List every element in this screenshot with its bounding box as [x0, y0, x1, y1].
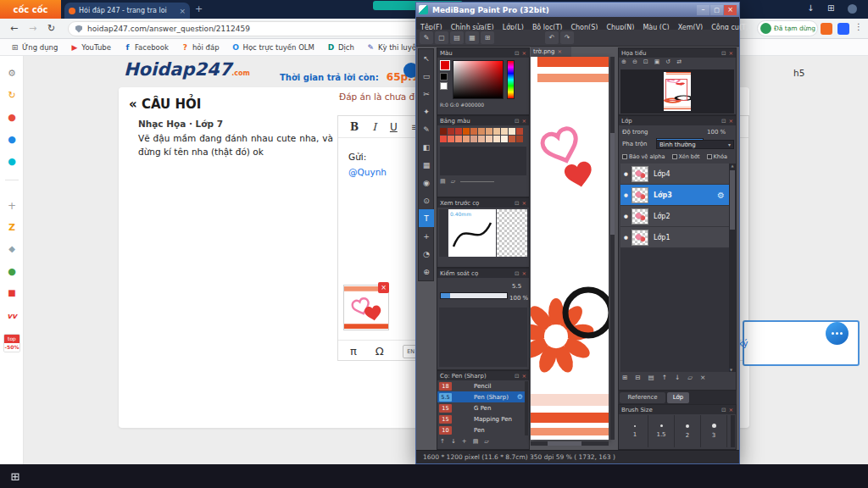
close-icon[interactable]: × [729, 50, 733, 57]
palette-swatch[interactable] [516, 128, 523, 135]
back-icon[interactable]: ← [10, 23, 18, 34]
close-icon[interactable]: × [729, 118, 733, 125]
tab-close-icon[interactable]: × [179, 7, 186, 15]
italic-button[interactable]: I [372, 121, 376, 133]
canvas-vscrollbar[interactable] [610, 57, 615, 440]
profile-avatar[interactable] [848, 4, 857, 14]
chat-widget-button[interactable] [826, 322, 849, 345]
messenger-icon[interactable]: ● [0, 134, 24, 145]
new-tab-button[interactable]: + [195, 3, 203, 14]
palette-swatch[interactable] [463, 128, 470, 135]
scroll-up-icon[interactable]: ▲ [729, 164, 736, 168]
panel-icon[interactable]: ▢ [435, 31, 448, 44]
bookmark-item[interactable]: DDịch [326, 43, 354, 52]
bold-button[interactable]: B [350, 121, 359, 133]
history-icon[interactable]: ↻ [0, 90, 24, 101]
foreground-swatch[interactable] [440, 60, 450, 70]
nav-zoom-out-icon[interactable]: ⊖ [632, 58, 637, 65]
layer-row[interactable]: ●Lớp2 [620, 206, 729, 227]
underline-button[interactable]: U [390, 121, 398, 133]
pen-tool[interactable]: ✎ [419, 120, 434, 138]
select-tool[interactable]: ↖ [419, 49, 434, 67]
redo-icon[interactable]: ↷ [560, 31, 574, 44]
layer-delete-icon[interactable]: ⊟ [635, 374, 640, 381]
widgets-icon[interactable]: ● [0, 156, 24, 167]
canvas-tab[interactable]: trờ.png × [531, 47, 571, 57]
brush-item-selected[interactable]: 5.5Pen (Sharp)⚙ [437, 391, 526, 402]
nav-zoom-in-icon[interactable]: ⊕ [621, 58, 626, 65]
clip-checkbox[interactable] [672, 154, 677, 159]
layer-row[interactable]: ●Lớp4 [620, 164, 729, 185]
profile-chip[interactable]: Đã tạm dừng [757, 20, 818, 36]
palette-swatch[interactable] [448, 136, 454, 142]
navigator-view-rect[interactable] [665, 79, 687, 101]
layer-new-icon[interactable]: ⊞ [622, 374, 627, 381]
brush-size-cell[interactable]: 2 [675, 415, 701, 447]
brush-item[interactable]: 10Pen [437, 424, 526, 435]
brush-down-icon[interactable]: ↓ [451, 438, 456, 445]
nav-fit-icon[interactable]: ⊡ [643, 58, 648, 65]
brush-size-cell[interactable]: 1 [622, 415, 648, 447]
saturation-picker[interactable] [453, 60, 504, 99]
site-shield-icon[interactable] [75, 25, 82, 33]
bookmark-item[interactable]: ▶YouTube [70, 43, 111, 52]
layer-visibility-icon[interactable]: ● [620, 171, 632, 176]
bookmark-item[interactable]: fFacebook [123, 43, 169, 52]
material-icon[interactable]: ⊞ [481, 31, 494, 44]
fill-tool[interactable]: ◉ [419, 174, 434, 191]
settings-icon[interactable]: ⚙ [0, 68, 24, 79]
palette-swatch[interactable] [470, 136, 477, 142]
collapse-icon[interactable]: ⊡ [515, 270, 519, 277]
palette-swatch[interactable] [486, 136, 492, 142]
extensions-icon[interactable]: ⊞ [827, 3, 834, 13]
palette-swatch[interactable] [509, 128, 515, 135]
collapse-icon[interactable]: ⊡ [721, 118, 726, 125]
add-icon[interactable]: + [0, 200, 24, 212]
extension-blue-icon[interactable] [837, 23, 849, 35]
nav-rotate-icon[interactable]: ↺ [665, 58, 670, 65]
palette-swatch[interactable] [440, 136, 447, 142]
close-icon[interactable]: × [729, 407, 733, 413]
bookmark-item[interactable]: ⊞Ứng dụng [10, 43, 58, 52]
new-palette-icon[interactable]: ▤ [440, 178, 446, 185]
canvas-hscrollbar[interactable] [531, 441, 609, 446]
brush-folder-icon[interactable]: ▱ [484, 438, 488, 445]
layer-up-icon[interactable]: ↑ [662, 374, 667, 381]
tab-reference[interactable]: Reference [620, 392, 665, 403]
brush-up-icon[interactable]: ↑ [440, 438, 445, 445]
layout-icon[interactable]: ▤ [450, 31, 464, 44]
marquee-tool[interactable]: ▭ [419, 67, 434, 85]
hot-icon[interactable]: ● [0, 112, 24, 123]
pi-button[interactable]: π [350, 345, 357, 358]
brush-item[interactable]: 15G Pen [437, 402, 526, 413]
zalo-icon[interactable]: Z [0, 222, 24, 233]
palette-swatch[interactable] [478, 136, 485, 142]
layer-down-icon[interactable]: ↓ [675, 374, 680, 381]
palette-folder-icon[interactable]: ▱ [451, 178, 455, 185]
palette-swatch[interactable] [448, 128, 454, 135]
collapse-icon[interactable]: ⊡ [515, 50, 519, 57]
palette-swatch[interactable] [501, 128, 508, 135]
layer-visibility-icon[interactable]: ● [620, 235, 632, 240]
forward-icon[interactable]: → [29, 23, 36, 34]
medibang-window[interactable]: MediBang Paint Pro (32bit) – ▢ × Tệp(F)C… [415, 2, 740, 464]
palette-swatch[interactable] [440, 128, 447, 135]
brush-item[interactable]: 18Pencil [437, 380, 526, 391]
layer-row[interactable]: ●Lớp1 [620, 227, 729, 248]
palette-swatch[interactable] [509, 136, 515, 142]
layer-scrollbar[interactable]: ▲ ▼ [729, 164, 736, 372]
reload-icon[interactable]: ↻ [47, 23, 55, 34]
grid-icon[interactable]: ▦ [465, 31, 479, 44]
maximize-button[interactable]: ▢ [710, 5, 723, 15]
bookmark-item[interactable]: OHọc trực tuyến OLM [231, 43, 314, 52]
site-logo[interactable]: Hoidap247.com [124, 59, 250, 80]
medibang-titlebar[interactable]: MediBang Paint Pro (32bit) – ▢ × [416, 3, 739, 17]
scroll-down-icon[interactable]: ▼ [730, 368, 732, 372]
hscroll-thumb[interactable] [548, 441, 581, 446]
vscroll-thumb[interactable] [610, 133, 615, 235]
brush-item[interactable]: 15Mapping Pen [437, 413, 526, 424]
collapse-icon[interactable]: ⊡ [515, 200, 519, 207]
attachment-remove-button[interactable]: × [378, 282, 389, 293]
layer-folder-icon[interactable]: ▱ [687, 374, 693, 381]
eraser-tool[interactable]: ◧ [419, 138, 434, 156]
